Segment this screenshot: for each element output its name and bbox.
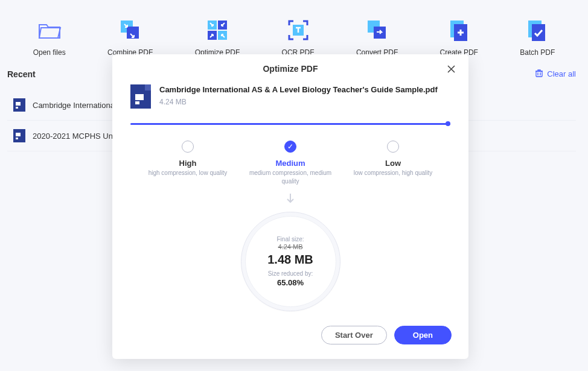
toolbar-label: Open files (33, 48, 66, 57)
reduced-percent: 65.08% (277, 278, 304, 287)
pdf-file-icon (13, 98, 25, 112)
option-title: High (142, 159, 233, 168)
optimize-pdf-modal: Optimize PDF Cambridge International AS … (112, 54, 468, 359)
radio-icon (182, 141, 194, 153)
modal-actions: Start Over Open (112, 311, 468, 359)
option-subtitle: low compression, high quality (348, 169, 438, 177)
radio-icon (387, 141, 399, 153)
toolbar-open-files[interactable]: Open files (33, 18, 66, 57)
create-pdf-icon (447, 18, 471, 42)
close-button[interactable] (447, 65, 455, 75)
open-files-icon (37, 18, 62, 42)
option-subtitle: medium compression, medium quality (245, 169, 336, 185)
arrow-down-icon (112, 192, 468, 207)
file-size: 4.24 MB (159, 98, 450, 106)
radio-icon: ✓ (284, 141, 296, 153)
result-circle: Final size: 4.24 MB 1.48 MB Size reduced… (241, 212, 340, 311)
toolbar-convert-pdf[interactable]: Convert PDF (356, 18, 398, 57)
close-icon (447, 65, 455, 73)
toolbar-batch-pdf[interactable]: Batch PDF (520, 18, 555, 57)
toolbar-ocr-pdf[interactable]: OCR PDF (282, 18, 315, 57)
combine-pdf-icon (118, 18, 142, 42)
ocr-pdf-icon (286, 18, 310, 42)
toolbar-combine-pdf[interactable]: Combine PDF (107, 18, 153, 57)
reduced-label: Size reduced by: (268, 270, 313, 277)
clear-all-icon (535, 69, 543, 79)
clear-all-label: Clear all (547, 69, 576, 78)
new-size: 1.48 MB (267, 253, 313, 267)
check-icon: ✓ (287, 142, 293, 151)
option-medium[interactable]: ✓ Medium medium compression, medium qual… (245, 141, 336, 185)
start-over-button[interactable]: Start Over (321, 326, 387, 344)
file-header: Cambridge International AS & A Level Bio… (112, 84, 468, 116)
batch-pdf-icon (525, 18, 549, 42)
toolbar: Open files Combine PDF Optimize PDF OCR … (0, 0, 588, 63)
toolbar-label: Batch PDF (520, 48, 555, 57)
final-size-label: Final size: (276, 236, 304, 243)
toolbar-optimize-pdf[interactable]: Optimize PDF (195, 18, 240, 57)
option-high[interactable]: High high compression, low quality (142, 141, 233, 185)
clear-all-button[interactable]: Clear all (535, 69, 576, 79)
progress-bar (130, 123, 450, 125)
option-title: Low (348, 159, 438, 168)
svg-rect-12 (532, 24, 545, 41)
open-button[interactable]: Open (394, 326, 452, 344)
option-low[interactable]: Low low compression, high quality (348, 141, 438, 185)
pdf-file-icon (130, 84, 151, 109)
option-subtitle: high compression, low quality (142, 169, 233, 177)
modal-title: Optimize PDF (263, 64, 318, 74)
convert-pdf-icon (365, 18, 389, 42)
optimize-pdf-icon (205, 18, 229, 42)
compression-options: High high compression, low quality ✓ Med… (112, 125, 468, 189)
recent-title: Recent (7, 69, 36, 79)
file-name: Cambridge International AS & A Level Bio… (159, 84, 450, 95)
option-title: Medium (245, 159, 336, 168)
svg-rect-13 (536, 71, 542, 77)
pdf-file-icon (13, 129, 25, 142)
toolbar-create-pdf[interactable]: Create PDF (440, 18, 478, 57)
old-size: 4.24 MB (278, 243, 303, 250)
